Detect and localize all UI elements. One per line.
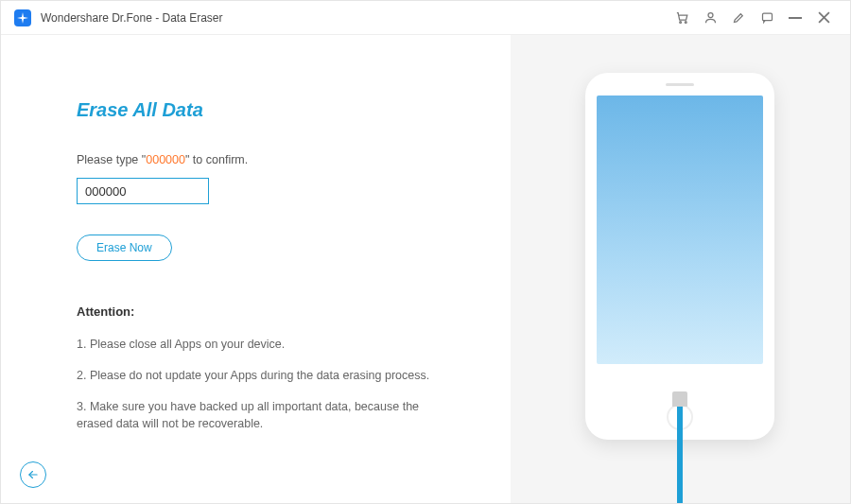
svg-point-1 <box>685 22 686 24</box>
content-pane: Erase All Data Please type "000000" to c… <box>1 35 511 504</box>
titlebar: Wondershare Dr.Fone - Data Eraser <box>1 1 850 35</box>
page-heading: Erase All Data <box>77 99 468 121</box>
cart-icon[interactable] <box>674 10 689 26</box>
close-button[interactable] <box>816 10 831 26</box>
account-icon[interactable] <box>703 10 718 26</box>
usb-cable-illustration <box>672 391 687 504</box>
attention-heading: Attention: <box>77 304 468 319</box>
window-title: Wondershare Dr.Fone - Data Eraser <box>41 11 674 25</box>
svg-point-0 <box>679 22 681 24</box>
erase-now-button[interactable]: Erase Now <box>77 235 172 261</box>
confirm-input[interactable] <box>77 178 209 204</box>
main-body: Erase All Data Please type "000000" to c… <box>1 35 850 504</box>
confirm-prefix: Please type " <box>77 153 146 166</box>
phone-screen <box>597 96 763 364</box>
phone-speaker <box>666 83 694 86</box>
edit-icon[interactable] <box>731 10 746 26</box>
confirm-suffix: " to confirm. <box>185 153 248 166</box>
svg-point-2 <box>708 13 713 18</box>
confirm-instruction: Please type "000000" to confirm. <box>77 153 468 166</box>
back-button[interactable] <box>20 461 46 488</box>
confirm-code: 000000 <box>146 153 185 166</box>
attention-item: 3. Make sure you have backed up all impo… <box>77 398 455 434</box>
attention-list: 1. Please close all Apps on your device.… <box>77 336 455 433</box>
app-logo-icon <box>14 9 31 26</box>
attention-item: 2. Please do not update your Apps during… <box>77 367 455 385</box>
minimize-button[interactable] <box>788 10 803 26</box>
phone-illustration <box>585 73 774 440</box>
attention-item: 1. Please close all Apps on your device. <box>77 336 455 354</box>
feedback-icon[interactable] <box>759 10 774 26</box>
svg-rect-3 <box>762 13 772 21</box>
device-illustration-pane <box>511 35 850 504</box>
titlebar-actions <box>674 10 831 26</box>
